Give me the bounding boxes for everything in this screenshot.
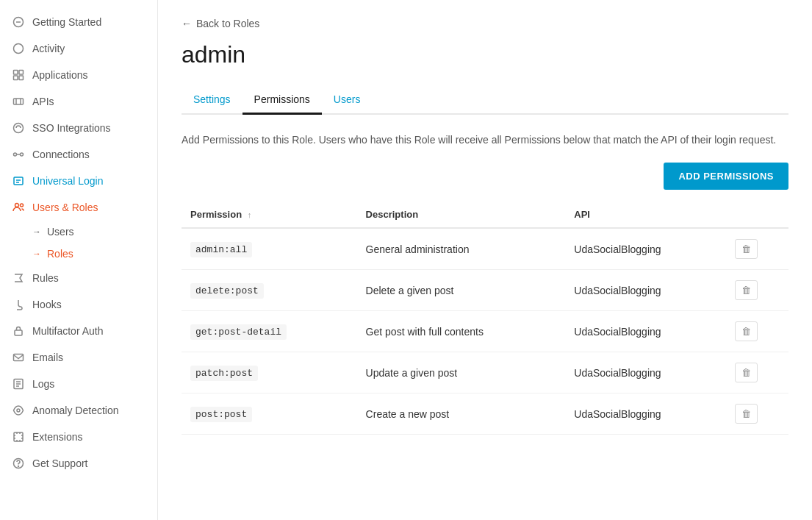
sidebar-label-activity: Activity xyxy=(32,43,65,54)
description-cell: Delete a given post xyxy=(357,270,566,311)
sidebar-item-rules[interactable]: Rules xyxy=(0,265,157,291)
multifactor-icon xyxy=(12,324,25,338)
sidebar-label-emails: Emails xyxy=(32,352,63,363)
tab-users[interactable]: Users xyxy=(322,86,373,115)
delete-button[interactable]: 🗑 xyxy=(735,321,758,341)
svg-point-17 xyxy=(15,204,19,207)
svg-point-18 xyxy=(21,204,24,207)
description-cell: Create a new post xyxy=(357,393,566,435)
svg-rect-7 xyxy=(14,99,24,104)
api-cell: UdaSocialBlogging xyxy=(565,352,726,393)
api-cell: UdaSocialBlogging xyxy=(565,393,726,435)
table-row: delete:post Delete a given post UdaSocia… xyxy=(182,270,788,311)
sidebar-sub-label-users: Users xyxy=(47,226,74,238)
tab-settings[interactable]: Settings xyxy=(182,86,242,115)
applications-icon xyxy=(12,68,25,82)
sidebar-label-multifactor: Multifactor Auth xyxy=(32,325,104,337)
sidebar-item-apis[interactable]: APIs xyxy=(0,88,157,115)
svg-rect-3 xyxy=(14,71,18,75)
svg-point-11 xyxy=(14,153,17,156)
sidebar-item-anomaly-detection[interactable]: Anomaly Detection xyxy=(0,397,157,424)
permissions-table-container: Permission ↑ Description API admin:all G… xyxy=(182,202,788,435)
sidebar-item-emails[interactable]: Emails xyxy=(0,344,157,371)
delete-cell: 🗑 xyxy=(726,352,788,393)
permission-code: patch:post xyxy=(190,366,258,381)
main-content: ← Back to Roles admin Settings Permissio… xyxy=(158,0,812,520)
universal-login-icon xyxy=(12,174,25,188)
api-cell: UdaSocialBlogging xyxy=(565,311,726,352)
permissions-table: Permission ↑ Description API admin:all G… xyxy=(182,202,788,435)
table-row: admin:all General administration UdaSoci… xyxy=(182,228,788,270)
sidebar-label-connections: Connections xyxy=(32,149,90,160)
col-header-actions xyxy=(726,202,788,228)
sidebar-label-extensions: Extensions xyxy=(32,431,82,443)
col-header-permission: Permission ↑ xyxy=(182,202,357,228)
permission-code: post:post xyxy=(190,407,252,422)
sidebar-item-get-support[interactable]: Get Support xyxy=(0,450,157,477)
table-row: patch:post Update a given post UdaSocial… xyxy=(182,352,788,393)
sidebar-item-applications[interactable]: Applications xyxy=(0,62,157,88)
delete-button[interactable]: 🗑 xyxy=(735,363,758,382)
delete-button[interactable]: 🗑 xyxy=(735,280,758,300)
delete-button[interactable]: 🗑 xyxy=(735,239,758,259)
sidebar-label-hooks: Hooks xyxy=(32,299,62,310)
svg-point-10 xyxy=(14,124,24,133)
sidebar-label-get-support: Get Support xyxy=(32,457,88,469)
permission-cell: delete:post xyxy=(182,270,357,311)
svg-point-28 xyxy=(18,466,19,467)
sidebar-item-connections[interactable]: Connections xyxy=(0,141,157,168)
table-row: post:post Create a new post UdaSocialBlo… xyxy=(182,393,788,435)
sort-icon: ↑ xyxy=(248,210,252,219)
svg-rect-26 xyxy=(14,432,23,441)
svg-rect-20 xyxy=(14,355,24,361)
table-row: get:post-detail Get post with full conte… xyxy=(182,311,788,352)
sidebar-label-applications: Applications xyxy=(32,69,88,81)
sidebar-label-sso: SSO Integrations xyxy=(32,122,111,134)
delete-button[interactable]: 🗑 xyxy=(735,404,758,424)
sso-icon xyxy=(12,121,25,135)
sidebar-item-extensions[interactable]: Extensions xyxy=(0,424,157,450)
svg-point-2 xyxy=(14,44,24,54)
sidebar-label-getting-started: Getting Started xyxy=(32,16,101,28)
sidebar-item-sso-integrations[interactable]: SSO Integrations xyxy=(0,115,157,141)
sidebar-sub-label-roles: Roles xyxy=(47,248,73,260)
back-arrow-icon: ← xyxy=(182,18,192,29)
permission-cell: patch:post xyxy=(182,352,357,393)
hooks-icon xyxy=(12,298,25,311)
sidebar-item-hooks[interactable]: Hooks xyxy=(0,291,157,318)
tabs: Settings Permissions Users xyxy=(182,86,788,115)
sidebar-sub-users[interactable]: → Users xyxy=(0,221,157,243)
sidebar-item-activity[interactable]: Activity xyxy=(0,35,157,62)
activity-icon xyxy=(12,42,25,55)
sidebar-label-logs: Logs xyxy=(32,378,54,390)
description-cell: Update a given post xyxy=(357,352,566,393)
sidebar: Getting Started Activity Applications AP… xyxy=(0,0,158,520)
users-roles-icon xyxy=(12,201,25,214)
svg-rect-4 xyxy=(19,71,24,75)
extensions-icon xyxy=(12,430,25,444)
sidebar-item-users-and-roles[interactable]: Users & Roles xyxy=(0,194,157,221)
sidebar-sub-roles[interactable]: → Roles xyxy=(0,243,157,265)
sidebar-item-multifactor-auth[interactable]: Multifactor Auth xyxy=(0,318,157,344)
add-permissions-button[interactable]: ADD PERMISSIONS xyxy=(664,163,788,190)
home-icon xyxy=(12,15,25,29)
sidebar-label-anomaly: Anomaly Detection xyxy=(32,405,119,416)
permission-cell: post:post xyxy=(182,393,357,435)
sidebar-item-getting-started[interactable]: Getting Started xyxy=(0,9,157,35)
permission-code: get:post-detail xyxy=(190,324,287,340)
description-cell: Get post with full contents xyxy=(357,311,566,352)
tab-permissions[interactable]: Permissions xyxy=(242,86,322,115)
anomaly-icon xyxy=(12,404,25,417)
support-icon xyxy=(12,457,25,470)
sidebar-label-apis: APIs xyxy=(32,96,54,107)
back-to-roles-link[interactable]: ← Back to Roles xyxy=(182,18,788,29)
sidebar-label-rules: Rules xyxy=(32,272,59,284)
sidebar-item-universal-login[interactable]: Universal Login xyxy=(0,168,157,194)
arrow-right-active-icon: → xyxy=(32,249,41,259)
svg-rect-5 xyxy=(14,76,18,80)
table-header-row: Permission ↑ Description API xyxy=(182,202,788,228)
connections-icon xyxy=(12,148,25,161)
back-link-label: Back to Roles xyxy=(196,18,259,29)
sidebar-item-logs[interactable]: Logs xyxy=(0,371,157,397)
svg-point-12 xyxy=(21,153,24,156)
